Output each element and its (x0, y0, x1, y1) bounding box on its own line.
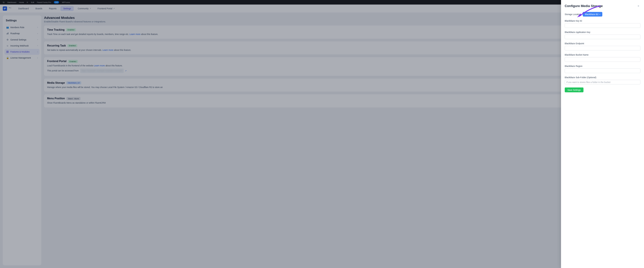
save-settings-button[interactable]: Save Settings (565, 87, 583, 92)
blackblaze-endpoint-input[interactable] (565, 46, 640, 50)
storage-location-select[interactable]: Blackblaze B2 ▾ (583, 12, 602, 16)
field-key-id: Blackblaze Key ID (565, 20, 640, 28)
blackblaze-region-input[interactable] (565, 68, 640, 73)
drawer-title: Configure Media Storage (565, 4, 603, 8)
field-sub-folder: Blackblaze Sub-Folder (Optional) (565, 76, 640, 84)
storage-location-row: Storage Location Blackblaze B2 ▾ (565, 12, 640, 16)
field-region: Blackblaze Region (565, 65, 640, 73)
blackblaze-bucket-name-input[interactable] (565, 57, 640, 62)
field-bucket: Blackblaze Bucket Name (565, 54, 640, 62)
chevron-down-icon: ▾ (599, 13, 600, 15)
field-app-key: Blackblaze Application Key (565, 31, 640, 39)
blackblaze-key-id-input[interactable] (565, 23, 640, 28)
storage-location-label: Storage Location (565, 13, 581, 16)
field-endpoint: Blackblaze Endpoint (565, 42, 640, 51)
modal-scrim[interactable] (0, 0, 644, 268)
configure-media-storage-drawer: Configure Media Storage Storage Location… (561, 0, 644, 268)
close-button[interactable] (636, 4, 640, 8)
blackblaze-application-key-input[interactable] (565, 34, 640, 39)
blackblaze-sub-folder-input[interactable] (565, 80, 640, 84)
